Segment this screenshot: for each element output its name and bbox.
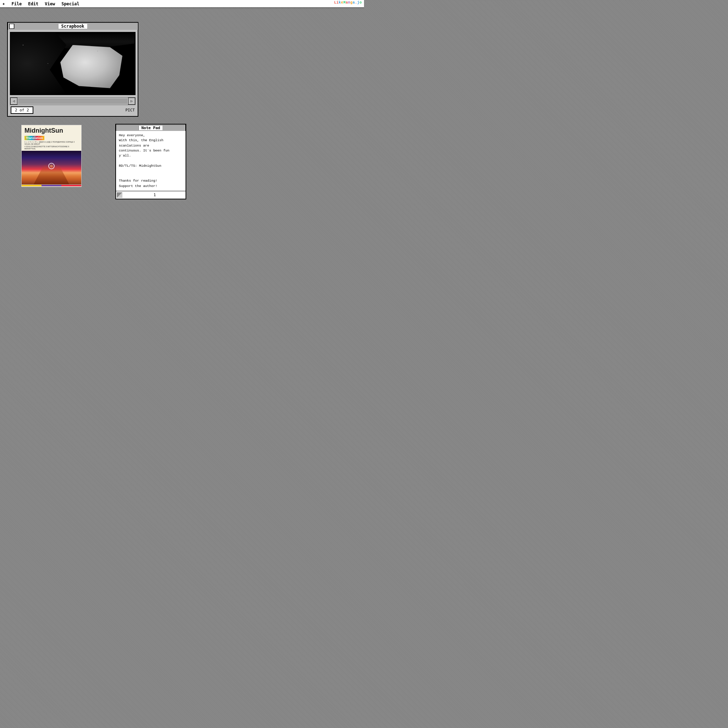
notepad-page-number: 1 [124, 193, 185, 197]
file-menu[interactable]: File [11, 2, 21, 6]
midnight-sun-card: MidnightSun Translation 1 ミドナイトサン (真夜中の太… [21, 125, 82, 187]
scrapbook-image: ↖ [10, 32, 136, 95]
ms-image [21, 151, 81, 185]
notepad-footer: 1 [116, 191, 185, 199]
notepad-content: Hey everyone,With this, the Englishscanl… [116, 131, 185, 191]
scrapbook-footer: 2 of 2 PICT [8, 105, 138, 116]
notepad-corner-fold [117, 191, 123, 198]
ms-translation-badge: Translation [24, 136, 44, 140]
notepad-line: y`all. [119, 153, 183, 158]
menubar: ✦ File Edit View Special LikeManga.jo [0, 0, 364, 8]
ms-sun-icon [48, 163, 55, 169]
scrollbar[interactable]: ◁ ▷ [10, 97, 136, 105]
scrapbook-window: Scrapbook ↖ ◁ ▷ 2 of 2 PICT [7, 22, 138, 117]
special-menu[interactable]: Special [61, 2, 80, 6]
ms-header: MidnightSun Translation 1 ミドナイトサン (真夜中の太… [21, 125, 81, 151]
ms-subtitle-1: 1 ミドナイトサン (真夜中の太陽) 2 ПОЛУДЕННОЕ СОЛНЦЕ 3… [24, 141, 78, 145]
notepad-line: Hey everyone, [119, 133, 183, 138]
notepad-line: RD/TL/TS: MidnightSun [119, 164, 183, 168]
scroll-track[interactable] [18, 98, 127, 104]
notepad-line: continuous. It`s been fun [119, 148, 183, 153]
notepad-line: Support the author! [119, 184, 183, 189]
file-type-label: PICT [125, 108, 135, 112]
cursor-icon: ↖ [121, 50, 125, 57]
notepad-window: Note Pad Hey everyone,With this, the Eng… [115, 124, 186, 199]
notepad-line [119, 168, 183, 173]
ms-title: MidnightSun [24, 127, 78, 135]
apple-menu[interactable]: ✦ [2, 1, 5, 7]
notepad-line [119, 158, 183, 163]
ms-bottom-bar [21, 185, 81, 187]
notepad-line: scanlations are [119, 143, 183, 148]
window-titlebar: Scrapbook [8, 23, 138, 30]
scroll-right-button[interactable]: ▷ [128, 98, 135, 105]
site-logo: LikeManga.jo [334, 1, 362, 5]
page-indicator: 2 of 2 [11, 106, 34, 114]
window-title: Scrapbook [58, 24, 87, 29]
notepad-line: With this, the English [119, 138, 183, 143]
notepad-line [119, 173, 183, 179]
ms-color-strip [21, 185, 81, 186]
scroll-left-button[interactable]: ◁ [10, 98, 17, 105]
ms-subtitle-2: 4 SOLE DI MEZZANOTTE 5 MITTERNACHTSSONNE… [24, 145, 78, 150]
edit-menu[interactable]: Edit [28, 2, 38, 6]
view-menu[interactable]: View [45, 2, 55, 6]
notepad-titlebar: Note Pad [116, 124, 185, 131]
notepad-title: Note Pad [139, 125, 163, 130]
close-box[interactable] [9, 24, 14, 29]
notepad-line: Thanks for reading! [119, 179, 183, 184]
